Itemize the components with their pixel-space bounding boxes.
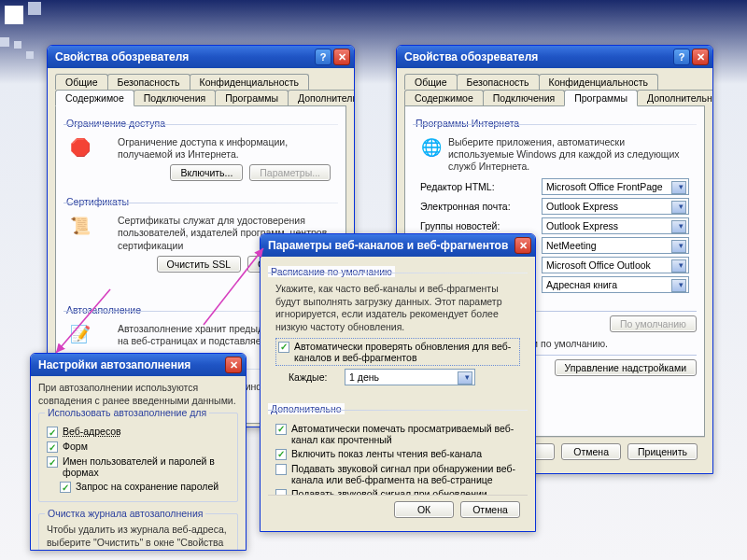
fieldset-legend: Использовать автозаполнение для: [45, 407, 209, 418]
group-legend: Дополнительно: [268, 403, 345, 414]
label-email: Электронная почта:: [420, 201, 542, 212]
combo-html-editor[interactable]: Microsoft Office FrontPage: [542, 178, 689, 195]
check-mark-read-label: Автоматически помечать просматриваемый в…: [291, 423, 520, 445]
tab-content[interactable]: Содержимое: [55, 90, 134, 106]
tab-content[interactable]: Содержимое: [404, 90, 484, 105]
schedule-text: Укажите, как часто веб-каналы и веб-фраг…: [275, 283, 520, 334]
checkbox-icon: [47, 441, 58, 453]
programs-text: Выберите приложения, автоматически испол…: [448, 136, 689, 173]
feed-settings-window: Параметры веб-каналов и веб-фрагментов ✕…: [260, 233, 536, 532]
titlebar[interactable]: Свойства обозревателя ? ✕: [48, 46, 354, 68]
check-sound-found-label: Подавать звуковой сигнал при обнаружении…: [291, 463, 520, 485]
combo-calendar[interactable]: Microsoft Office Outlook: [542, 257, 689, 273]
group-content-advisor: Ограничение доступа 🛑 Ограничение доступ…: [63, 118, 338, 189]
combo-email[interactable]: Outlook Express: [542, 198, 689, 215]
group-legend: Автозаполнение: [63, 304, 144, 315]
tab-general[interactable]: Общие: [404, 74, 458, 90]
group-schedule: Расписание по умолчанию Укажите, как час…: [268, 266, 528, 396]
label-html-editor: Редактор HTML:: [420, 181, 542, 192]
tab-security[interactable]: Безопасность: [457, 74, 540, 90]
cancel-button[interactable]: Отмена: [460, 501, 520, 518]
checkbox-icon: [47, 427, 58, 438]
settings-button[interactable]: Параметры...: [249, 164, 331, 181]
clear-history-text: Чтобы удалить из журнала веб-адреса, выб…: [47, 524, 230, 550]
ok-button[interactable]: ОК: [394, 501, 454, 518]
checkbox-icon: [60, 482, 71, 493]
close-button[interactable]: ✕: [225, 357, 242, 373]
fieldset-clear-history: Очистка журнала автозаполнения Чтобы уда…: [38, 513, 238, 550]
cancel-button[interactable]: Отмена: [561, 443, 621, 460]
tab-programs[interactable]: Программы: [564, 90, 638, 106]
window-title: Настройки автозаполнения: [38, 358, 190, 371]
check-auto-update-label: Автоматически проверять обновления для в…: [294, 341, 517, 363]
check-forms-label: Форм: [63, 441, 230, 452]
label-every: Каждые:: [289, 371, 345, 383]
window-title: Свойства обозревателя: [404, 50, 538, 63]
check-feed-view[interactable]: Включить показ ленты чтения веб-канала: [275, 448, 520, 460]
help-button[interactable]: ?: [673, 49, 690, 65]
dialog-footer: ОК Отмена: [268, 495, 528, 524]
fieldset-legend: Очистка журнала автозаполнения: [45, 508, 205, 519]
titlebar[interactable]: Настройки автозаполнения ✕: [31, 354, 246, 376]
checkbox-icon: [275, 449, 287, 460]
check-sound-found[interactable]: Подавать звуковой сигнал при обнаружении…: [275, 463, 520, 485]
group-legend: Сертификаты: [63, 196, 132, 207]
check-web-addresses-label: Веб-адресов: [63, 426, 230, 437]
programs-icon: 🌐: [420, 136, 443, 159]
tab-advanced[interactable]: Дополнительно: [288, 90, 354, 105]
set-default-button[interactable]: По умолчанию: [610, 315, 697, 332]
row-newsgroups: Группы новостей: Outlook Express: [420, 217, 689, 234]
combo-internet-call[interactable]: NetMeeting: [542, 237, 689, 254]
close-button[interactable]: ✕: [692, 49, 709, 65]
check-prompt-save-label: Запрос на сохранение паролей: [76, 481, 230, 492]
group-legend: Программы Интернета: [413, 118, 522, 129]
close-button[interactable]: ✕: [333, 49, 350, 65]
group-advanced: Дополнительно Автоматически помечать про…: [268, 403, 528, 495]
combo-every[interactable]: 1 день: [345, 369, 475, 385]
check-feed-view-label: Включить показ ленты чтения веб-канала: [291, 448, 520, 459]
label-newsgroups: Группы новостей:: [420, 220, 542, 231]
check-web-addresses[interactable]: Веб-адресов: [47, 426, 230, 438]
enable-button[interactable]: Включить...: [170, 164, 243, 181]
check-usernames[interactable]: Имен пользователей и паролей в формах: [47, 455, 230, 478]
tab-advanced[interactable]: Дополнительно: [637, 90, 712, 105]
window-title: Параметры веб-каналов и веб-фрагментов: [268, 239, 508, 252]
group-legend: Ограничение доступа: [63, 118, 168, 129]
content-advisor-text: Ограничение доступа к информации, получа…: [118, 136, 331, 161]
check-prompt-save[interactable]: Запрос на сохранение паролей: [60, 481, 230, 493]
checkbox-icon: [275, 424, 287, 435]
checkbox-icon: [275, 464, 287, 475]
check-sound-update[interactable]: Подавать звуковой сигнал при обновлении …: [275, 488, 520, 495]
autocomplete-intro: При автозаполнении используются совпаден…: [38, 382, 238, 407]
combo-newsgroups[interactable]: Outlook Express: [542, 217, 689, 234]
check-forms[interactable]: Форм: [47, 441, 230, 453]
tab-privacy[interactable]: Конфиденциальность: [190, 74, 310, 90]
autocomplete-icon: 📝: [69, 323, 92, 345]
group-legend: Расписание по умолчанию: [268, 266, 395, 277]
check-mark-read[interactable]: Автоматически помечать просматриваемый в…: [275, 423, 520, 445]
tab-connections[interactable]: Подключения: [483, 90, 565, 105]
titlebar[interactable]: Свойства обозревателя ? ✕: [397, 46, 712, 68]
check-auto-update[interactable]: Автоматически проверять обновления для в…: [275, 338, 520, 366]
apply-button[interactable]: Приценить: [627, 443, 698, 460]
tab-connections[interactable]: Подключения: [134, 90, 216, 105]
content-advisor-icon: 🛑: [69, 136, 92, 159]
combo-contacts[interactable]: Адресная книга: [542, 276, 689, 293]
check-sound-update-label: Подавать звуковой сигнал при обновлении …: [291, 488, 520, 495]
row-email: Электронная почта: Outlook Express: [420, 198, 689, 215]
titlebar[interactable]: Параметры веб-каналов и веб-фрагментов ✕: [261, 234, 535, 257]
checkbox-icon: [47, 456, 58, 468]
row-html-editor: Редактор HTML: Microsoft Office FrontPag…: [420, 178, 689, 195]
fieldset-use-for: Использовать автозаполнение для Веб-адре…: [38, 413, 238, 502]
manage-addons-button[interactable]: Управление надстройками: [555, 359, 697, 376]
tab-general[interactable]: Общие: [55, 74, 108, 90]
check-usernames-label: Имен пользователей и паролей в формах: [63, 455, 230, 478]
clear-ssl-button[interactable]: Очистить SSL: [157, 256, 241, 273]
close-button[interactable]: ✕: [514, 237, 531, 254]
tab-programs[interactable]: Программы: [215, 90, 289, 105]
help-button[interactable]: ?: [315, 49, 331, 65]
tab-privacy[interactable]: Конфиденциальность: [539, 74, 659, 90]
window-title: Свойства обозревателя: [55, 50, 189, 63]
certificate-icon: 📜: [69, 215, 92, 237]
tab-security[interactable]: Безопасность: [107, 74, 190, 90]
